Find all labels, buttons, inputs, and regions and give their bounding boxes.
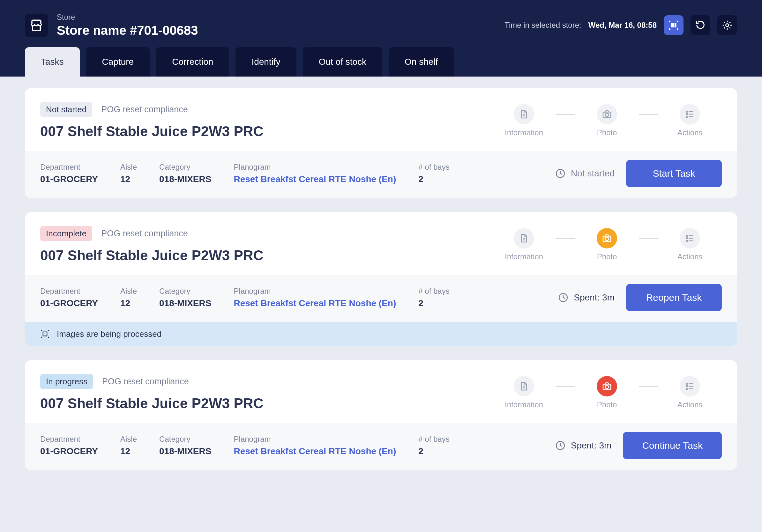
store-icon [25, 14, 48, 37]
task-stepper: Information Photo Actions [492, 228, 722, 261]
camera-icon [602, 109, 612, 119]
task-title: 007 Shelf Stable Juice P2W3 PRC [40, 247, 263, 263]
step-label: Information [505, 252, 543, 261]
tab-correction[interactable]: Correction [156, 47, 229, 77]
meta-aisle: Aisle 12 [120, 435, 137, 456]
clock-icon [555, 440, 566, 451]
tab-on-shelf[interactable]: On shelf [389, 47, 454, 77]
clock-icon [555, 168, 566, 179]
meta-bays: # of bays 2 [418, 287, 449, 308]
step-label: Photo [597, 252, 617, 261]
clock-icon [558, 292, 569, 303]
task-list: Not started POG reset compliance 007 She… [0, 77, 762, 482]
tab-capture[interactable]: Capture [86, 47, 150, 77]
task-duration: Spent: 3m [558, 292, 615, 303]
list-icon [685, 381, 695, 391]
meta-department: Department 01-GROCERY [40, 287, 98, 308]
meta-category: Category 018-MIXERS [159, 163, 211, 184]
task-type: POG reset compliance [101, 104, 188, 114]
task-stepper: Information Photo Actions [492, 104, 722, 137]
document-icon [519, 109, 529, 119]
step-photo: Photo [575, 104, 639, 137]
step-label: Actions [677, 128, 703, 137]
task-duration: Spent: 3m [555, 440, 612, 451]
step-label: Information [505, 400, 543, 409]
store-block: Store Store name #701-00683 [25, 13, 198, 37]
meta-category: Category 018-MIXERS [159, 435, 211, 456]
top-bar: Store Store name #701-00683 Time in sele… [0, 0, 762, 77]
processing-banner: Images are being processed [25, 322, 737, 346]
tab-out-of-stock[interactable]: Out of stock [303, 47, 382, 77]
status-badge: In progress [40, 374, 93, 389]
task-card: Not started POG reset compliance 007 She… [25, 88, 737, 198]
task-card: In progress POG reset compliance 007 She… [25, 360, 737, 470]
step-photo: Photo [575, 228, 639, 261]
start-task-button[interactable]: Start Task [626, 160, 722, 187]
store-label: Store [57, 13, 198, 22]
meta-aisle: Aisle 12 [120, 163, 137, 184]
task-title: 007 Shelf Stable Juice P2W3 PRC [40, 123, 263, 139]
step-label: Information [505, 128, 543, 137]
time-value: Wed, Mar 16, 08:58 [588, 21, 657, 30]
task-title: 007 Shelf Stable Juice P2W3 PRC [40, 395, 263, 412]
undo-icon [695, 20, 706, 31]
barcode-button[interactable] [664, 15, 683, 35]
step-label: Actions [677, 252, 703, 261]
step-actions: Actions [658, 376, 722, 409]
meta-planogram: Planogram Reset Breakfst Cereal RTE Nosh… [234, 287, 396, 308]
step-information: Information [492, 104, 556, 137]
document-icon [519, 381, 529, 391]
time-label: Time in selected store: [504, 21, 581, 30]
continue-task-button[interactable]: Continue Task [623, 432, 722, 459]
step-label: Photo [597, 128, 617, 137]
scan-icon [40, 329, 50, 339]
reopen-task-button[interactable]: Reopen Task [626, 284, 722, 311]
tab-tasks[interactable]: Tasks [25, 47, 80, 77]
meta-aisle: Aisle 12 [120, 287, 137, 308]
status-badge: Not started [40, 102, 92, 117]
step-photo: Photo [575, 376, 639, 409]
gear-icon [722, 20, 733, 31]
document-icon [519, 233, 529, 243]
step-actions: Actions [658, 228, 722, 261]
planogram-link[interactable]: Reset Breakfst Cereal RTE Noshe (En) [234, 446, 396, 456]
tab-identify[interactable]: Identify [236, 47, 296, 77]
task-stepper: Information Photo Actions [492, 376, 722, 409]
step-label: Photo [597, 400, 617, 409]
meta-planogram: Planogram Reset Breakfst Cereal RTE Nosh… [234, 435, 396, 456]
task-type: POG reset compliance [101, 229, 188, 238]
meta-bays: # of bays 2 [418, 435, 449, 456]
step-information: Information [492, 376, 556, 409]
task-type: POG reset compliance [102, 377, 189, 386]
undo-button[interactable] [691, 15, 710, 35]
list-icon [685, 233, 695, 243]
meta-bays: # of bays 2 [418, 163, 449, 184]
step-information: Information [492, 228, 556, 261]
status-badge: Incomplete [40, 226, 92, 241]
task-card: Incomplete POG reset compliance 007 Shel… [25, 212, 737, 346]
step-label: Actions [677, 400, 703, 409]
tabs: Tasks Capture Correction Identify Out of… [25, 47, 737, 77]
settings-button[interactable] [717, 15, 737, 35]
planogram-link[interactable]: Reset Breakfst Cereal RTE Noshe (En) [234, 298, 396, 308]
planogram-link[interactable]: Reset Breakfst Cereal RTE Noshe (En) [234, 174, 396, 184]
meta-category: Category 018-MIXERS [159, 287, 211, 308]
step-actions: Actions [658, 104, 722, 137]
task-duration: Not started [555, 168, 615, 179]
camera-icon [602, 233, 612, 243]
meta-planogram: Planogram Reset Breakfst Cereal RTE Nosh… [234, 163, 396, 184]
camera-icon [602, 381, 612, 391]
list-icon [685, 109, 695, 119]
barcode-icon [668, 20, 679, 31]
meta-department: Department 01-GROCERY [40, 435, 98, 456]
store-name: Store name #701-00683 [57, 23, 198, 37]
meta-department: Department 01-GROCERY [40, 163, 98, 184]
